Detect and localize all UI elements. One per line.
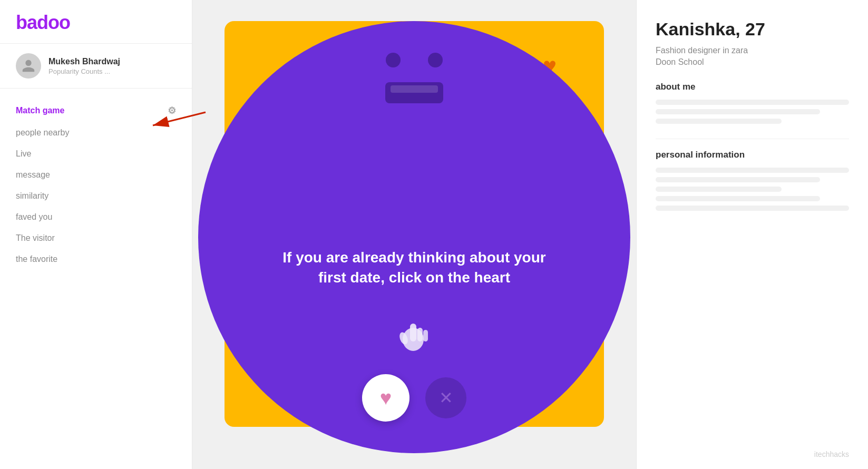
svg-rect-3: [410, 324, 416, 341]
sidebar-item-live[interactable]: Live: [0, 143, 192, 164]
overlay-message: If you are already thinking about your f…: [277, 248, 551, 288]
sidebar-item-similarity[interactable]: similarity: [0, 185, 192, 207]
emoji-eye-right: [428, 53, 443, 67]
profile-job: Fashion designer in zara: [656, 46, 849, 55]
sidebar-item-message[interactable]: message: [0, 164, 192, 185]
hand-icon-area: [393, 314, 435, 358]
purple-overlay: If you are already thinking about your f…: [198, 21, 630, 453]
personal-info-line-2: [656, 177, 820, 182]
avatar: [16, 53, 41, 79]
emoji-mouth: [385, 82, 443, 103]
profile-name: Kanishka, 27: [656, 19, 849, 40]
emoji-face: [362, 37, 467, 142]
action-buttons: ♥ ✕: [362, 374, 466, 422]
sidebar-item-faved-you[interactable]: faved you: [0, 207, 192, 228]
main-nav: Match game ⚙ people nearby Live message …: [0, 89, 192, 469]
like-button[interactable]: ♥: [362, 374, 409, 422]
user-name: Mukesh Bhardwaj: [48, 57, 120, 66]
svg-line-1: [153, 112, 206, 125]
personal-info-line-1: [656, 168, 849, 173]
watermark: itechhacks: [656, 439, 849, 458]
dismiss-button[interactable]: ✕: [425, 377, 466, 418]
profile-school: Doon School: [656, 57, 849, 67]
sidebar-item-the-visitor[interactable]: The visitor: [0, 228, 192, 249]
personal-info-title: personal information: [656, 150, 849, 160]
avatar-icon: [21, 58, 36, 73]
emoji-eye-left: [386, 53, 401, 67]
emoji-teeth: [391, 85, 438, 93]
about-me-line-2: [656, 109, 820, 114]
user-status: Popularity Counts ...: [48, 67, 120, 75]
badoo-logo: badoo: [16, 12, 70, 33]
red-arrow-indicator: [148, 107, 211, 133]
emoji-mouth-container: [362, 82, 467, 103]
sidebar-item-the-favorite[interactable]: the favorite: [0, 249, 192, 270]
heart-icon: ♥: [380, 387, 392, 409]
svg-rect-4: [417, 328, 423, 341]
main-content: ♥ ♥ ♥ ♥ ♥ ♥ If you are already t: [192, 0, 636, 469]
personal-info-line-3: [656, 187, 782, 192]
about-me-line-1: [656, 100, 849, 105]
sidebar: badoo Mukesh Bhardwaj Popularity Counts …: [0, 0, 192, 469]
about-me-line-3: [656, 119, 782, 124]
svg-rect-5: [423, 330, 428, 341]
emoji-eyes: [362, 37, 467, 67]
personal-info-line-4: [656, 196, 820, 201]
about-me-title: about me: [656, 82, 849, 92]
logo-area: badoo: [0, 0, 192, 44]
personal-info-line-5: [656, 206, 849, 211]
user-info: Mukesh Bhardwaj Popularity Counts ...: [48, 57, 120, 75]
hand-pointer-icon: [393, 314, 435, 356]
right-panel: Kanishka, 27 Fashion designer in zara Do…: [636, 0, 868, 469]
user-profile-area[interactable]: Mukesh Bhardwaj Popularity Counts ...: [0, 44, 192, 89]
section-divider-1: [656, 139, 849, 139]
match-card: ♥ ♥ ♥ ♥ ♥ ♥ If you are already t: [225, 21, 604, 453]
x-icon: ✕: [439, 388, 453, 408]
